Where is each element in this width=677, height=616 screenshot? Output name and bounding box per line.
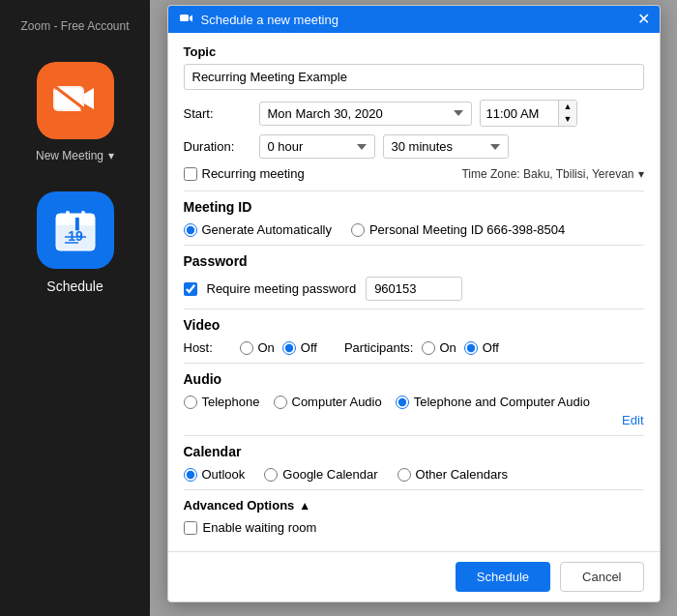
divider-6 xyxy=(184,489,644,490)
sidebar: Zoom - Free Account New Meeting ▾ ▐ 19 xyxy=(0,0,150,616)
cancel-button[interactable]: Cancel xyxy=(560,562,643,592)
start-time-input[interactable] xyxy=(481,103,558,125)
svg-rect-14 xyxy=(180,15,189,21)
titlebar-left: Schedule a new meeting xyxy=(178,12,338,27)
generate-auto-radio[interactable] xyxy=(184,223,197,237)
schedule-icon-wrap[interactable]: ▐ 19 xyxy=(37,191,114,269)
personal-id-radio[interactable] xyxy=(351,223,365,237)
host-on-radio[interactable] xyxy=(240,341,253,355)
new-meeting-label[interactable]: New Meeting ▾ xyxy=(36,149,114,162)
dialog-footer: Schedule Cancel xyxy=(168,551,660,601)
computer-audio-option[interactable]: Computer Audio xyxy=(274,395,382,409)
participants-off-option[interactable]: Off xyxy=(464,340,499,355)
telephone-option[interactable]: Telephone xyxy=(184,395,260,409)
duration-hour-select[interactable]: 0 hour 1 hour 2 hours xyxy=(259,134,375,159)
other-calendars-option[interactable]: Other Calendars xyxy=(397,467,508,482)
password-title: Password xyxy=(184,253,644,269)
divider-1 xyxy=(184,191,644,191)
meeting-id-radio-group: Generate Automatically Personal Meeting … xyxy=(184,222,644,237)
zoom-camera-icon xyxy=(51,76,100,125)
telephone-radio[interactable] xyxy=(184,396,197,409)
dialog-titlebar: Schedule a new meeting ✕ xyxy=(168,6,660,33)
svg-rect-13 xyxy=(81,211,85,219)
svg-rect-12 xyxy=(66,211,70,219)
outlook-option[interactable]: Outlook xyxy=(184,467,246,482)
dialog-close-button[interactable]: ✕ xyxy=(637,12,650,27)
personal-id-option[interactable]: Personal Meeting ID 666-398-8504 xyxy=(351,222,565,237)
zoom-small-icon xyxy=(179,13,192,26)
start-date-select[interactable]: Mon March 30, 2020 xyxy=(259,102,472,126)
password-input[interactable] xyxy=(366,277,462,301)
start-label: Start: xyxy=(184,106,251,121)
dialog-title-icon xyxy=(178,12,193,27)
topic-label: Topic xyxy=(184,44,644,59)
host-off-radio[interactable] xyxy=(282,341,296,355)
video-host-row: Host: On Off Participants: On Off xyxy=(184,340,644,355)
advanced-label: Advanced Options xyxy=(184,498,295,513)
waiting-room-checkbox[interactable] xyxy=(184,521,197,535)
svg-text:19: 19 xyxy=(68,228,83,244)
advanced-options-row[interactable]: Advanced Options ▲ xyxy=(184,498,644,513)
divider-4 xyxy=(184,363,644,364)
dialog-body: Topic Start: Mon March 30, 2020 ▲ ▼ xyxy=(168,33,660,551)
tel-computer-radio[interactable] xyxy=(396,396,409,409)
edit-link[interactable]: Edit xyxy=(184,413,644,427)
timezone-select[interactable]: Time Zone: Baku, Tbilisi, Yerevan ▾ xyxy=(461,167,643,181)
duration-label: Duration: xyxy=(184,139,251,154)
duration-min-select[interactable]: 30 minutes 0 minutes 15 minutes 45 minut… xyxy=(383,134,509,159)
divider-2 xyxy=(184,245,644,246)
audio-title: Audio xyxy=(184,371,644,387)
divider-3 xyxy=(184,308,644,309)
other-calendars-radio[interactable] xyxy=(397,468,411,482)
waiting-room-row: Enable waiting room xyxy=(184,520,644,535)
recurring-checkbox-label[interactable]: Recurring meeting xyxy=(184,166,305,181)
participants-on-option[interactable]: On xyxy=(422,340,456,355)
tel-computer-option[interactable]: Telephone and Computer Audio xyxy=(396,395,590,409)
outlook-radio[interactable] xyxy=(184,468,197,482)
time-down-button[interactable]: ▼ xyxy=(559,113,577,126)
schedule-sidebar-label: Schedule xyxy=(46,279,103,294)
topic-input[interactable] xyxy=(184,64,644,90)
video-title: Video xyxy=(184,317,644,333)
schedule-calendar-icon: ▐ 19 xyxy=(51,206,100,254)
duration-row: Duration: 0 hour 1 hour 2 hours 30 minut… xyxy=(184,134,644,159)
participants-label: Participants: xyxy=(344,340,414,355)
audio-row: Telephone Computer Audio Telephone and C… xyxy=(184,395,644,409)
advanced-caret-icon: ▲ xyxy=(299,499,310,513)
calendar-title: Calendar xyxy=(184,444,644,459)
meeting-id-title: Meeting ID xyxy=(184,199,644,215)
timezone-caret-icon: ▾ xyxy=(638,167,644,181)
dialog-title: Schedule a new meeting xyxy=(201,13,338,27)
schedule-meeting-dialog: Schedule a new meeting ✕ Topic Start: Mo… xyxy=(167,5,661,602)
google-calendar-radio[interactable] xyxy=(264,468,278,482)
password-row: Require meeting password xyxy=(184,277,644,301)
host-label: Host: xyxy=(184,340,232,355)
recurring-timezone-row: Recurring meeting Time Zone: Baku, Tbili… xyxy=(184,166,644,181)
time-spin-column: ▲ ▼ xyxy=(558,101,577,126)
calendar-row: Outlook Google Calendar Other Calendars xyxy=(184,467,644,482)
google-calendar-option[interactable]: Google Calendar xyxy=(264,467,377,482)
computer-audio-radio[interactable] xyxy=(274,396,287,409)
start-time-input-wrap: ▲ ▼ xyxy=(480,100,578,127)
schedule-button[interactable]: Schedule xyxy=(456,562,550,592)
time-up-button[interactable]: ▲ xyxy=(559,101,577,113)
new-meeting-icon-wrap[interactable] xyxy=(37,62,114,139)
divider-5 xyxy=(184,435,644,436)
host-on-option[interactable]: On xyxy=(240,340,275,355)
require-password-checkbox[interactable] xyxy=(184,282,197,296)
participants-on-radio[interactable] xyxy=(422,341,435,355)
recurring-checkbox[interactable] xyxy=(184,167,197,181)
app-title: Zoom - Free Account xyxy=(20,19,129,33)
dialog-overlay: Schedule a new meeting ✕ Topic Start: Mo… xyxy=(150,0,677,616)
host-off-option[interactable]: Off xyxy=(282,340,317,355)
start-row: Start: Mon March 30, 2020 ▲ ▼ xyxy=(184,100,644,127)
participants-off-radio[interactable] xyxy=(464,341,478,355)
generate-auto-option[interactable]: Generate Automatically xyxy=(184,222,332,237)
